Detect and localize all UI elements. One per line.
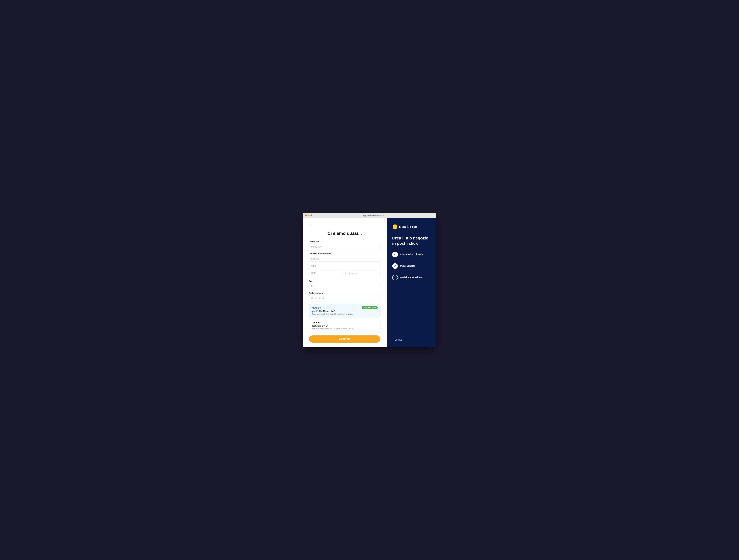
monthly-plan-card[interactable]: Mensile 45€/Mese + Iva* *Fatturato mensi… (309, 319, 381, 332)
annual-plan-badge: Risparmia il 35% (362, 306, 378, 309)
pec-section: Pec (309, 280, 381, 289)
check-icon-2: ✓ (394, 264, 396, 267)
step-line-2 (395, 269, 395, 274)
annual-price-row: 45€ 29€/Mese + Iva* (312, 310, 378, 313)
page-title: Ci siamo quasi... (309, 231, 381, 236)
cap-provincia-row (309, 270, 381, 277)
back-button[interactable]: ← (309, 223, 312, 226)
logout-button[interactable]: ↩ Logout (392, 339, 402, 341)
step-item-1: ✓ Informazioni di base (392, 252, 431, 263)
partita-iva-label: Partita IVA (309, 240, 381, 243)
annual-radio-dot (312, 311, 313, 313)
indirizzo-section: Indirizzo di fatturazione (309, 252, 381, 277)
step-circle-1: ✓ (392, 252, 398, 257)
step-label-3: Dati di Fatturazione (400, 275, 422, 278)
step-connector-2: ✓ (392, 263, 398, 275)
step-label-1: Informazioni di base (400, 252, 423, 255)
step-line-1 (395, 258, 395, 262)
right-headline: Crea il tuo negozio in pochi click (392, 235, 431, 246)
annual-plan-note: *Fatturato annualmente dopo 30 giorni di… (312, 313, 378, 315)
annual-price-old: 45€ (314, 310, 318, 313)
dot-red[interactable] (305, 214, 307, 216)
dot-green[interactable] (310, 214, 312, 216)
step-item-3: 3 Dati di Fatturazione (392, 275, 431, 280)
browser-titlebar: app.nextisfree.io/onboard (303, 213, 436, 218)
right-panel: 🟡 Next is Free Crea il tuo negozio in po… (387, 218, 436, 347)
browser-url: app.nextisfree.io/onboard (313, 214, 434, 216)
monthly-plan-note: *Fatturato mensilmente dopo 30 giorni di… (312, 328, 378, 330)
step-circle-2: ✓ (392, 263, 398, 269)
step-connector-3: 3 (392, 275, 398, 280)
annual-plan-name: Annuale (312, 307, 321, 309)
pec-label: Pec (309, 280, 381, 282)
step-number-3: 3 (395, 276, 396, 279)
monthly-plan-name: Mensile (312, 321, 320, 324)
logout-icon: ↩ (392, 339, 394, 341)
citta-input[interactable] (309, 263, 381, 269)
annual-card-header: Annuale Risparmia il 35% (312, 306, 378, 309)
codice-sconto-section: Codice sconto (309, 292, 381, 301)
brand-logo: 🟡 Next is Free (392, 224, 431, 229)
logout-section: ↩ Logout (392, 334, 431, 341)
provincia-input[interactable] (345, 270, 381, 277)
cap-input[interactable] (309, 270, 344, 276)
brand-name: Next is Free (399, 225, 417, 229)
continua-button[interactable]: Continua (309, 336, 381, 343)
step-item-2: ✓ Punti vendita (392, 263, 431, 275)
step-label-2: Punti vendita (400, 263, 415, 267)
indirizzo-input[interactable] (309, 256, 381, 262)
steps-list: ✓ Informazioni di base ✓ Punti vendita (392, 252, 431, 334)
indirizzo-label: Indirizzo di fatturazione (309, 252, 381, 255)
left-panel: ← Ci siamo quasi... Partita IVA Indirizz… (303, 218, 387, 347)
monthly-price: 45€/Mese + Iva* (312, 325, 378, 327)
step-connector-1: ✓ (392, 252, 398, 263)
monthly-price-value: 45€/Mese + Iva* (312, 325, 328, 327)
browser-window: app.nextisfree.io/onboard ← Ci siamo qua… (303, 213, 436, 347)
annual-price: 45€ 29€/Mese + Iva* (314, 310, 335, 313)
monthly-card-header: Mensile (312, 321, 378, 324)
codice-sconto-input[interactable] (309, 295, 381, 301)
partita-iva-section: Partita IVA (309, 240, 381, 250)
pricing-cards: Annuale Risparmia il 35% 45€ 29€/Mese + … (309, 304, 381, 332)
annual-plan-card[interactable]: Annuale Risparmia il 35% 45€ 29€/Mese + … (309, 304, 381, 317)
check-icon-1: ✓ (394, 253, 396, 256)
partita-iva-input[interactable] (309, 244, 381, 250)
annual-price-new: 29€/Mese + Iva* (319, 310, 335, 313)
app-container: ← Ci siamo quasi... Partita IVA Indirizz… (303, 218, 436, 347)
dot-yellow[interactable] (308, 214, 310, 216)
codice-sconto-label: Codice sconto (309, 292, 381, 294)
logo-icon: 🟡 (392, 224, 398, 229)
logout-label: Logout (395, 339, 402, 341)
pec-input[interactable] (309, 283, 381, 289)
step-circle-3: 3 (392, 275, 398, 280)
